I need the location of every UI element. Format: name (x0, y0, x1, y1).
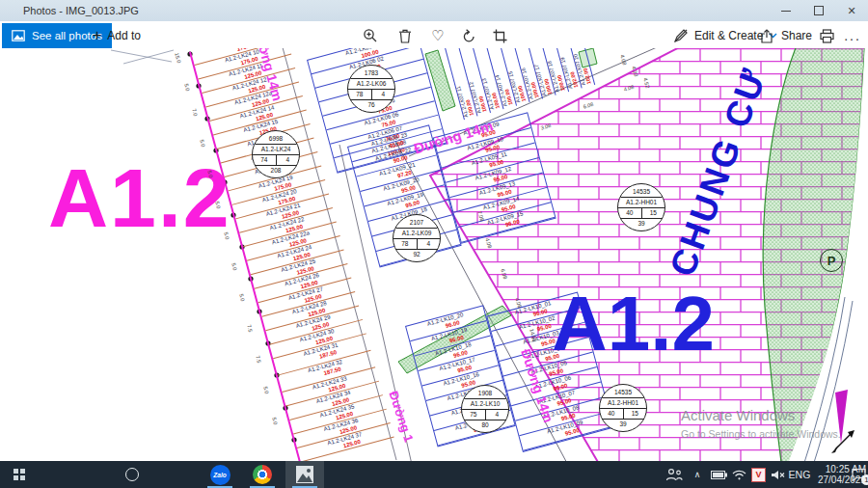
zalo-icon: Zalo (210, 465, 231, 485)
wifi-icon[interactable] (729, 461, 748, 488)
taskbar-photos-app-active[interactable] (285, 461, 324, 488)
activate-windows-subtext: Go to Settings to activate Windows. (681, 428, 841, 440)
photos-toolbar: See all photos + Add to ♡ Edit & Create … (0, 21, 868, 48)
print-icon[interactable] (815, 25, 838, 46)
zoom-icon[interactable] (359, 25, 382, 46)
windows-taskbar: Zalo ∧ V ENG 10:25 AM 27/04/2021 1 (0, 461, 868, 488)
delete-icon[interactable] (393, 25, 417, 46)
tray-expand-chevron[interactable]: ∧ (689, 461, 706, 488)
favorite-heart-icon[interactable]: ♡ (426, 25, 449, 46)
language-indicator[interactable]: ENG (787, 461, 812, 488)
more-dots: ... (844, 28, 861, 43)
taskbar-zalo-app[interactable]: Zalo (201, 461, 239, 488)
map-corner-lines (111, 50, 174, 64)
notification-badge: 1 (861, 474, 868, 485)
action-center-icon[interactable]: 1 (849, 461, 868, 488)
survey-stamp-hh01-lower: 14535A1.2-HH01401539 (599, 384, 647, 432)
share-button[interactable]: Share (760, 25, 812, 46)
share-icon (760, 29, 775, 43)
survey-stamp-lk10: 1908A1.2-LK1075480 (461, 385, 509, 433)
zone-label-a12-magenta: A1.2 (48, 156, 231, 239)
see-all-photos-label: See all photos (32, 30, 102, 41)
activate-windows-watermark: Activate Windows (681, 407, 795, 423)
survey-stamp-lk09: 2107A1.2-LK0978492 (393, 214, 441, 262)
close-button[interactable]: ✕ (835, 0, 868, 21)
search-icon (125, 468, 139, 481)
title-bar: Photos - IMG_0013.JPG ✕ (0, 0, 868, 21)
add-to-button[interactable]: + Add to (93, 23, 141, 48)
people-icon[interactable] (662, 461, 687, 488)
add-to-label: Add to (107, 29, 141, 42)
edit-pencil-icon (673, 28, 689, 43)
edit-create-label: Edit & Create (694, 29, 763, 42)
survey-stamp-lk24: 6998A1.2-LK24744208 (252, 130, 300, 178)
maximize-button[interactable] (802, 0, 835, 21)
photos-gallery-icon (12, 30, 25, 41)
photo-viewer-canvas[interactable]: A1.2-LK24 09175.00A1.2-LK24 10175.00A1.2… (0, 48, 868, 461)
survey-stamp-lk06: 1783A1.2-LK0678476 (347, 65, 395, 113)
taskbar-chrome-app[interactable] (243, 461, 282, 488)
unikey-icon[interactable]: V (750, 461, 767, 488)
start-button[interactable] (0, 461, 39, 488)
photos-icon (296, 466, 313, 483)
minimize-button[interactable] (770, 0, 802, 21)
volume-muted-icon[interactable] (768, 461, 787, 488)
survey-stamp-hh01-upper: 14535A1.2-HH01401539 (617, 183, 665, 231)
rotate-icon[interactable] (457, 25, 480, 46)
battery-icon[interactable] (708, 461, 729, 488)
parking-symbol: P (820, 249, 843, 272)
cortana-search-button[interactable] (114, 461, 150, 488)
window-title: Photos - IMG_0013.JPG (0, 5, 139, 16)
zone-label-a12-blue: A1.2 (552, 285, 715, 363)
chrome-icon (253, 465, 272, 484)
share-label: Share (781, 29, 812, 42)
plus-icon: + (93, 28, 101, 43)
crop-icon[interactable] (488, 25, 511, 46)
see-more-button[interactable]: ... (841, 25, 864, 46)
